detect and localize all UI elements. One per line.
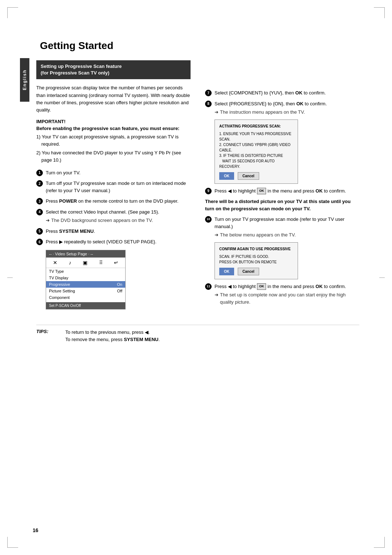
menu-item-tvdisplay: TV Display [46, 275, 125, 281]
tips-line2: To remove the menu, press SYSTEM MENU. [65, 337, 160, 342]
arrow-note-8: ➜ The instruction menu appears on the TV… [215, 109, 359, 116]
menu-item-picture-value: Off [117, 289, 122, 293]
step-5: 5 Press SYSTEM MENU. [36, 228, 191, 235]
screen1-ok-button: OK [219, 172, 234, 180]
screen2-cancel-button: Cancel [238, 268, 259, 275]
two-column-layout: Setting up Progressive Scan feature (for… [36, 60, 359, 314]
ok-inline-2: OK [257, 283, 266, 290]
arrow-symbol-10: ➜ [215, 231, 219, 239]
corner-mark-bl [7, 537, 18, 548]
menu-icon-display: ▣ [83, 260, 87, 266]
arrow-symbol-11: ➜ [215, 291, 219, 299]
screen2-box: CONFIRM AGAIN TO USE PROGRESSIVE SCAN. I… [215, 242, 298, 279]
step-content-8: Select {PROGRESSIVE} to {ON}, then OK to… [215, 100, 359, 116]
menu-item-tvtype: TV Type [46, 268, 125, 275]
screen1-buttons: OK Cancel [219, 172, 293, 180]
step-content-7: Select {COMPONENT} to {YUV}, then OK to … [215, 89, 359, 97]
tips-section: TIPS: To return to the previous menu, pr… [36, 325, 359, 348]
step-num-8: 8 [205, 101, 212, 107]
important-bullets: 1) Your TV can accept progressive signal… [36, 133, 191, 164]
screen1-title: ACTIVATING PROGRESSIVE SCAN: [219, 123, 293, 129]
page-number: 16 [33, 527, 38, 533]
menu-item-picture-label: Picture Setting [49, 289, 75, 293]
step-num-2: 2 [36, 180, 43, 187]
menu-item-progressive-value: On [117, 282, 122, 287]
page-container: English Getting Started Setting up Progr… [0, 0, 392, 555]
side-mark-right [379, 278, 385, 278]
menu-icon-music: ♪ [69, 260, 71, 266]
tips-line1: To return to the previous menu, press ◀. [65, 329, 150, 335]
corner-mark-tl [7, 7, 18, 18]
page-title: Getting Started [40, 40, 359, 52]
important-label: IMPORTANT! [36, 119, 191, 124]
step-num-7: 7 [205, 90, 212, 96]
section-heading-box: Setting up Progressive Scan feature (for… [36, 60, 191, 79]
step-9: 9 Press ◀ to highlight OK in the menu an… [205, 187, 359, 195]
screen1-container: ACTIVATING PROGRESSIVE SCAN: 1. ENSURE Y… [215, 119, 359, 184]
right-column: 7 Select {COMPONENT} to {YUV}, then OK t… [205, 60, 359, 309]
menu-item-progressive: Progressive On [46, 281, 125, 288]
arrow-note-text-8: The instruction menu appears on the TV. [220, 109, 305, 116]
menu-footer: Set P-SCAN On/Off [46, 302, 125, 309]
arrow-note-text-11: The set up is complete now and you can s… [220, 291, 359, 305]
menu-icons-row: ✕ ♪ ▣ ⠿ ↵ [46, 258, 125, 268]
screen1-cancel-button: Cancel [238, 172, 259, 180]
arrow-note-11: ➜ The set up is complete now and you can… [215, 291, 359, 305]
screen2-title: CONFIRM AGAIN TO USE PROGRESSIVE [219, 246, 293, 252]
step-2: 2 Turn off your TV progressive scan mode… [36, 180, 191, 194]
step-11: 11 Press ◀ to highlight OK in the menu a… [205, 283, 359, 306]
screen2-ok-button: OK [219, 268, 234, 275]
step-4: 4 Select the correct Video Input channel… [36, 208, 191, 224]
step-10: 10 Turn on your TV progressive scan mode… [205, 216, 359, 239]
bold-distorted-note: There will be a distorted picture on you… [205, 198, 359, 212]
arrow-note-4: ➜ The DVD background screen appears on t… [46, 217, 191, 224]
section-heading-line1: Setting up Progressive Scan feature [41, 64, 122, 69]
step-content-6: Press ▶ repeatedly to select {VIDEO SETU… [46, 238, 191, 246]
step-num-4: 4 [36, 209, 43, 215]
step-num-3: 3 [36, 198, 43, 204]
step-num-1: 1 [36, 170, 43, 176]
step-content-5: Press SYSTEM MENU. [46, 228, 191, 235]
screen1-body: 1. ENSURE YOUR TV HAS PROGRESSIVE SCAN. … [219, 131, 293, 169]
menu-item-tvdisplay-label: TV Display [49, 276, 68, 280]
arrow-note-10: ➜ The below menu appears on the TV. [215, 231, 359, 239]
menu-header: -- · Video Setup Page · -- [46, 250, 125, 258]
bullet-item: 1) Your TV can accept progressive signal… [36, 133, 191, 148]
menu-icon-grid: ⠿ [99, 260, 103, 266]
arrow-symbol-8: ➜ [215, 109, 219, 116]
steps-list-left: 1 Turn on your TV. 2 Turn off your TV pr… [36, 169, 191, 246]
side-mark-left [7, 278, 13, 278]
ok-inline-1: OK [257, 188, 266, 194]
section-heading-line2: (for Progressive Scan TV only) [41, 70, 109, 76]
step-3: 3 Press POWER on the remote control to t… [36, 198, 191, 205]
tips-content: To return to the previous menu, press ◀.… [65, 329, 359, 344]
main-content: Getting Started Setting up Progressive S… [36, 22, 359, 347]
menu-icon-enter: ↵ [114, 260, 118, 266]
screen2-buttons: OK Cancel [219, 268, 293, 275]
menu-item-progressive-label: Progressive [49, 282, 70, 287]
menu-item-component: Component [46, 294, 125, 301]
steps-list-right: 7 Select {COMPONENT} to {YUV}, then OK t… [205, 60, 359, 305]
arrow-note-text-4: The DVD background screen appears on the… [51, 217, 153, 224]
menu-item-component-label: Component [49, 295, 70, 300]
menu-item-tvtype-label: TV Type [49, 269, 64, 274]
menu-icon-x: ✕ [53, 260, 57, 266]
menu-screenshot-box: -- · Video Setup Page · -- ✕ ♪ ▣ ⠿ ↵ TV … [46, 250, 126, 309]
step-content-2: Turn off your TV progressive scan mode o… [46, 180, 191, 194]
screen1-box: ACTIVATING PROGRESSIVE SCAN: 1. ENSURE Y… [215, 119, 298, 184]
step-6: 6 Press ▶ repeatedly to select {VIDEO SE… [36, 238, 191, 246]
step-content-10: Turn on your TV progressive scan mode (r… [215, 216, 359, 239]
step-content-3: Press POWER on the remote control to tur… [46, 198, 191, 205]
language-sidebar: English [20, 58, 29, 102]
step-7: 7 Select {COMPONENT} to {YUV}, then OK t… [205, 89, 359, 97]
step-1: 1 Turn on your TV. [36, 169, 191, 177]
arrow-symbol-4: ➜ [46, 217, 50, 224]
bold-note-container: There will be a distorted picture on you… [205, 198, 359, 212]
sidebar-label: English [22, 69, 27, 90]
step-num-10: 10 [205, 216, 212, 223]
step-num-5: 5 [36, 228, 43, 235]
screen2-container: CONFIRM AGAIN TO USE PROGRESSIVE SCAN. I… [215, 242, 359, 279]
step-content-1: Turn on your TV. [46, 169, 191, 177]
step-content-11: Press ◀ to highlight OK in the menu and … [215, 283, 359, 306]
step-content-4: Select the correct Video Input channel. … [46, 208, 191, 224]
